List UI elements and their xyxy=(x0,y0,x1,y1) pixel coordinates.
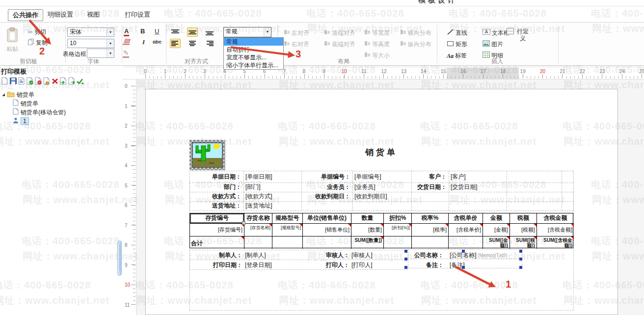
wrap-option-2[interactable]: 宽度不够显示... xyxy=(224,53,283,61)
cut-button[interactable]: ✂剪切 xyxy=(27,27,46,37)
detail-field-cell[interactable]: [规格型号] xyxy=(272,223,302,236)
detail-field-cell[interactable]: [税额] xyxy=(510,223,537,236)
template-field-label[interactable]: 部门： xyxy=(189,183,242,191)
detail-total-cell[interactable] xyxy=(244,236,272,249)
tree-item-1[interactable]: 1 xyxy=(13,117,29,126)
detail-total-cell[interactable] xyxy=(411,236,448,249)
detail-header-cell[interactable]: 折扣% xyxy=(383,213,411,223)
chevron-down-icon[interactable] xyxy=(264,27,271,37)
template-field-value[interactable]: [制单人] xyxy=(245,251,266,260)
detail-header-cell[interactable]: 金额 xyxy=(483,213,510,223)
textbox-button[interactable]: 文本框 xyxy=(483,28,510,38)
template-field-label[interactable]: 交货日期： xyxy=(411,183,447,191)
bold-icon[interactable]: B xyxy=(140,27,145,35)
detail-header-cell[interactable]: 含税单价 xyxy=(448,213,483,223)
font-color-icon[interactable]: A xyxy=(124,27,129,36)
detail-field-cell[interactable]: [税率] xyxy=(411,223,448,236)
template-page[interactable]: 销货单 单据日期：[单据日期]单据编号：[单据编号]客户：[客户]部门：[部门]… xyxy=(145,89,618,315)
panel-splitter[interactable] xyxy=(117,66,123,315)
selection-handle[interactable] xyxy=(519,250,522,253)
detail-total-cell[interactable] xyxy=(448,236,483,249)
detail-total-cell[interactable]: SUM([数量]) xyxy=(351,236,383,249)
detail-field-cell[interactable]: [含税单价] xyxy=(448,223,483,236)
template-field-value[interactable]: [交货日期] xyxy=(451,183,478,191)
template-field-label[interactable]: 客户： xyxy=(411,173,447,181)
detail-field-cell[interactable]: [数量] xyxy=(351,223,383,236)
selection-handle[interactable] xyxy=(519,258,522,261)
template-field-value[interactable]: [业务员] xyxy=(354,183,376,191)
template-field-value[interactable]: [单据日期] xyxy=(245,173,272,181)
apply-template-icon[interactable] xyxy=(76,77,84,85)
detail-header-cell[interactable]: 税率% xyxy=(411,213,448,223)
selection-handle[interactable] xyxy=(462,250,465,253)
template-field-value[interactable]: [收款方式] xyxy=(245,192,272,201)
detail-header-cell[interactable]: 含税金额 xyxy=(537,213,574,223)
disable-template-icon[interactable] xyxy=(34,77,42,85)
template-field-label[interactable]: 打印日期： xyxy=(189,261,242,269)
text-wrap-dropdown[interactable]: 常规自动折行宽度不够显示...缩小字体单行显示... xyxy=(223,37,284,70)
chevron-down-icon[interactable] xyxy=(107,39,114,48)
wrap-option-3[interactable]: 缩小字体单行显示... xyxy=(224,61,283,69)
valign-top-icon[interactable] xyxy=(170,27,181,37)
detail-total-cell[interactable] xyxy=(302,236,351,249)
template-field-value[interactable]: [审核人] xyxy=(351,251,373,260)
strikethrough-icon[interactable]: abc xyxy=(153,39,161,45)
template-field-label[interactable]: 收款方式： xyxy=(189,192,242,201)
image-button[interactable]: 图片 xyxy=(483,39,503,49)
detail-field-cell[interactable]: [含税金额] xyxy=(537,223,574,236)
line-button[interactable]: 直线 xyxy=(447,28,467,38)
template-field-value[interactable]: [部门] xyxy=(245,183,261,191)
template-field-label[interactable]: 单据编号： xyxy=(301,173,350,181)
detail-header-cell[interactable]: 数量 xyxy=(351,213,383,223)
template-field-label[interactable]: 审核人： xyxy=(293,251,349,260)
detail-total-cell[interactable]: SUM([金额]) xyxy=(483,236,510,249)
detail-total-cell[interactable]: SUM([税额]) xyxy=(510,236,537,249)
tab-detail-settings[interactable]: 明细设置 xyxy=(43,9,78,21)
detail-field-cell[interactable]: [存货名称] xyxy=(244,223,272,236)
tab-print-settings[interactable]: 打印设置 xyxy=(120,9,155,21)
valign-middle-icon[interactable] xyxy=(187,27,198,37)
font-size-combo[interactable]: 10 xyxy=(67,39,114,48)
selection-handle[interactable] xyxy=(404,250,407,253)
underline-icon[interactable]: U xyxy=(155,27,159,35)
template-field-label[interactable]: 单据日期： xyxy=(189,173,242,181)
detail-field-cell[interactable]: [存货编号] xyxy=(190,223,244,236)
template-field-label[interactable]: 打印人： xyxy=(293,261,349,269)
chevron-down-icon[interactable] xyxy=(107,28,114,36)
template-field-label[interactable]: 备注： xyxy=(410,261,444,269)
export-template-icon[interactable] xyxy=(68,77,76,85)
detail-total-cell[interactable]: 合计 xyxy=(190,236,244,249)
detail-table[interactable]: 存货编号存货名称规格型号单位(销售单位)数量折扣%税率%含税单价金额税额含税金额… xyxy=(189,213,573,248)
tab-common-operations[interactable]: 公共操作 xyxy=(8,9,43,21)
italic-icon[interactable]: I xyxy=(142,38,145,46)
template-field-value[interactable]: [送货地址] xyxy=(245,202,272,210)
template-field-value[interactable]: [客户] xyxy=(451,173,466,181)
wrap-option-1[interactable]: 自动折行 xyxy=(224,46,283,53)
new-template-icon[interactable] xyxy=(1,77,9,85)
delete-template-icon[interactable] xyxy=(51,77,59,85)
rectangle-button[interactable]: 矩形 xyxy=(447,39,467,49)
tree-item-salesorder[interactable]: 销货单 xyxy=(13,99,38,108)
edit-template-icon[interactable] xyxy=(43,77,51,85)
highlight-eraser-icon[interactable] xyxy=(122,38,131,47)
detail-header-cell[interactable]: 单位(销售单位) xyxy=(302,213,351,223)
template-field-value[interactable]: [收款到期日] xyxy=(354,192,387,201)
template-field-value[interactable]: [打印人] xyxy=(351,261,373,269)
template-field-value[interactable]: [登录日期] xyxy=(245,261,272,269)
halign-right-icon[interactable] xyxy=(204,39,215,48)
detail-header-cell[interactable]: 存货名称 xyxy=(244,213,272,223)
text-wrap-combo[interactable]: 常规 xyxy=(223,27,271,37)
detail-total-cell[interactable] xyxy=(383,236,411,249)
save-template-icon[interactable] xyxy=(9,77,17,85)
detail-field-cell[interactable]: [销售单位] xyxy=(302,223,351,236)
selection-handle[interactable] xyxy=(404,258,407,261)
valign-bottom-icon[interactable] xyxy=(204,27,215,37)
detail-header-cell[interactable]: 规格型号 xyxy=(272,213,302,223)
font-family-combo[interactable]: 宋体 xyxy=(67,27,114,37)
tab-view[interactable]: 视图 xyxy=(82,9,104,21)
row-define-button[interactable]: 行定义 xyxy=(507,28,536,38)
selection-handle[interactable] xyxy=(404,266,407,269)
halign-center-icon[interactable] xyxy=(187,39,198,48)
detail-field-cell[interactable]: [折扣(%)] xyxy=(383,223,411,236)
template-field-value[interactable]: [单据编号] xyxy=(354,173,381,181)
